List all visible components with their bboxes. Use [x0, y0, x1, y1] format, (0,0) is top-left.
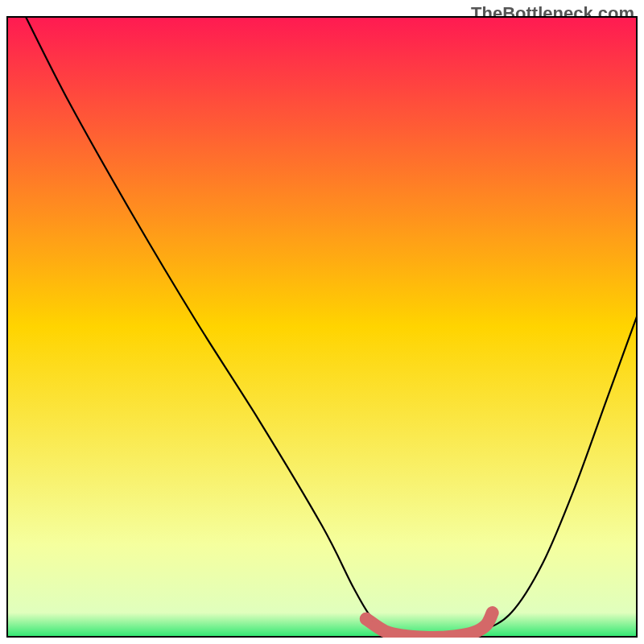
highlight-start-dot [360, 613, 373, 625]
chart-background [6, 16, 638, 638]
bottleneck-chart [6, 16, 638, 638]
